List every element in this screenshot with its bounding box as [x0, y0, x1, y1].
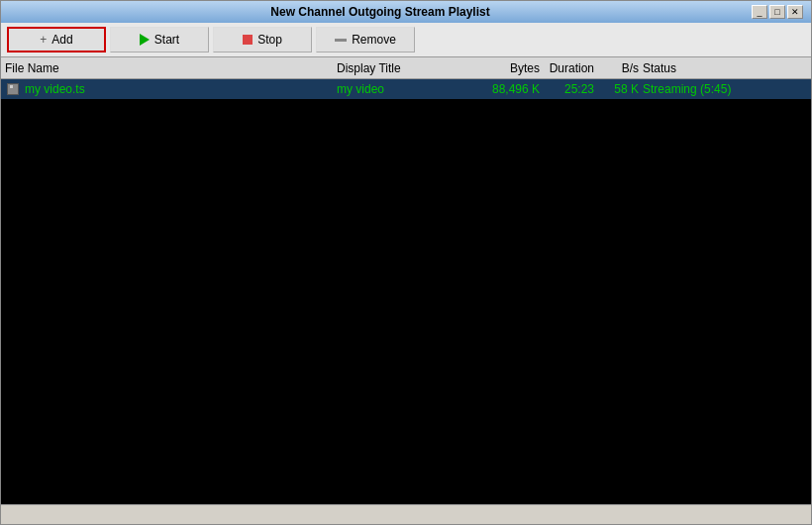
file-icon: [5, 82, 21, 96]
maximize-button[interactable]: □: [769, 5, 785, 19]
col-header-duration: Duration: [540, 61, 594, 75]
row-display: my video: [337, 82, 465, 96]
row-bps: 58 K: [594, 82, 639, 96]
row-status: Streaming (5:45): [639, 82, 807, 96]
column-headers: File Name Display Title Bytes Duration B…: [1, 57, 811, 79]
table-row[interactable]: my video.ts my video 88,496 K 25:23 58 K…: [1, 79, 811, 99]
col-header-status: Status: [639, 61, 807, 75]
start-icon: [140, 34, 150, 46]
remove-label: Remove: [352, 33, 396, 47]
add-icon: +: [40, 33, 47, 47]
window-title: New Channel Outgoing Stream Playlist: [9, 5, 752, 19]
start-label: Start: [154, 33, 179, 47]
start-button[interactable]: Start: [110, 27, 209, 52]
window-controls: _ □ ✕: [752, 5, 803, 19]
add-label: Add: [51, 33, 72, 47]
title-bar: New Channel Outgoing Stream Playlist _ □…: [1, 1, 811, 23]
file-icon-inner: [7, 83, 19, 95]
col-header-display: Display Title: [337, 61, 465, 75]
toolbar: + Add Start Stop Remove: [1, 23, 811, 57]
col-header-filename: File Name: [5, 61, 337, 75]
minimize-button[interactable]: _: [752, 5, 767, 19]
filename-value: my video.ts: [25, 82, 85, 96]
content-area: my video.ts my video 88,496 K 25:23 58 K…: [1, 79, 811, 504]
stop-button[interactable]: Stop: [213, 27, 312, 52]
main-window: New Channel Outgoing Stream Playlist _ □…: [0, 0, 812, 525]
remove-icon: [335, 39, 347, 42]
add-button[interactable]: + Add: [7, 27, 106, 52]
col-header-bps: B/s: [594, 61, 639, 75]
statusbar: [1, 504, 811, 524]
remove-button[interactable]: Remove: [316, 27, 415, 52]
col-header-bytes: Bytes: [465, 61, 540, 75]
close-button[interactable]: ✕: [787, 5, 803, 19]
row-bytes: 88,496 K: [465, 82, 540, 96]
row-duration: 25:23: [540, 82, 594, 96]
row-filename: my video.ts: [5, 82, 337, 96]
stop-icon: [243, 35, 253, 45]
stop-label: Stop: [257, 33, 282, 47]
